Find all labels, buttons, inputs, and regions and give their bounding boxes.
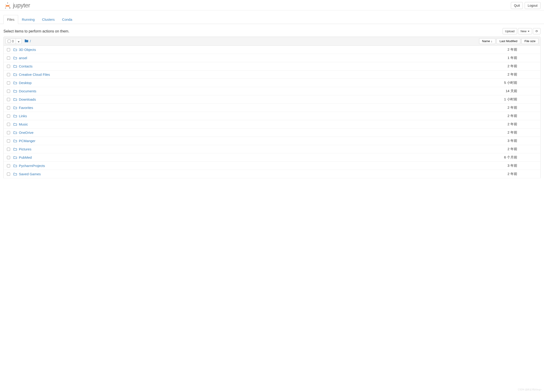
item-modified: 2 年前 <box>492 106 517 110</box>
item-checkbox[interactable] <box>7 131 10 134</box>
tab-clusters[interactable]: Clusters <box>38 15 59 24</box>
breadcrumb[interactable]: / <box>24 39 31 43</box>
item-name-link[interactable]: PubMed <box>19 155 32 159</box>
list-item: PubMed6 个月前 <box>4 153 540 162</box>
item-checkbox[interactable] <box>7 81 10 84</box>
item-name-link[interactable]: Music <box>19 122 28 126</box>
item-modified: 2 年前 <box>492 122 517 126</box>
item-checkbox[interactable] <box>7 89 10 93</box>
selected-count: 0 <box>12 39 14 43</box>
item-name-link[interactable]: Favorites <box>19 106 33 110</box>
item-name-link[interactable]: Pictures <box>19 147 31 151</box>
item-checkbox[interactable] <box>7 123 10 126</box>
folder-icon <box>13 65 17 68</box>
list-item: Desktop5 小时前 <box>4 79 540 87</box>
sort-size-button[interactable]: File size <box>521 38 538 44</box>
folder-icon <box>13 114 17 118</box>
folder-icon <box>13 106 17 109</box>
item-name-link[interactable]: Documents <box>19 89 36 93</box>
arrow-down-icon: ↓ <box>491 39 492 43</box>
item-checkbox[interactable] <box>7 106 10 109</box>
item-modified: 2 年前 <box>492 130 517 135</box>
list-item: Creative Cloud Files2 年前 <box>4 71 540 79</box>
item-checkbox[interactable] <box>7 156 10 159</box>
header: jupyter Quit Logout <box>0 0 544 10</box>
item-checkbox[interactable] <box>7 164 10 167</box>
item-checkbox[interactable] <box>7 98 10 101</box>
chevron-down-icon <box>18 42 20 42</box>
item-checkbox[interactable] <box>7 73 10 76</box>
select-dropdown[interactable] <box>16 39 21 44</box>
item-modified: 14 天前 <box>492 89 517 93</box>
sort-name-button[interactable]: Name ↓ <box>479 38 495 44</box>
folder-icon <box>13 164 17 167</box>
folder-icon <box>13 139 17 143</box>
item-name-link[interactable]: ansel <box>19 56 27 60</box>
item-modified: 2 年前 <box>492 114 517 118</box>
item-modified: 2 年前 <box>492 172 517 176</box>
item-modified: 3 年前 <box>492 164 517 168</box>
select-count[interactable]: 0 <box>6 39 16 44</box>
item-name-link[interactable]: 3D Objects <box>19 48 36 52</box>
list-item: Favorites2 年前 <box>4 104 540 112</box>
list-item: Documents14 天前 <box>4 87 540 95</box>
list-item: Music2 年前 <box>4 120 540 129</box>
logout-button[interactable]: Logout <box>525 2 541 9</box>
tabs: Files Running Clusters Conda <box>0 15 544 24</box>
item-modified: 2 年前 <box>492 147 517 151</box>
item-checkbox[interactable] <box>7 114 10 118</box>
item-modified: 3 年前 <box>492 139 517 143</box>
item-modified: 2 年前 <box>492 48 517 52</box>
folder-icon <box>24 39 29 43</box>
tab-files[interactable]: Files <box>3 15 18 24</box>
folder-icon <box>13 131 17 134</box>
list-item: OneDrive2 年前 <box>4 129 540 137</box>
item-name-link[interactable]: PycharmProjects <box>19 164 45 168</box>
item-checkbox[interactable] <box>7 48 10 51</box>
jupyter-logo[interactable]: jupyter <box>3 2 30 9</box>
folder-icon <box>13 89 17 93</box>
folder-icon <box>13 156 17 159</box>
list-item: Saved Games2 年前 <box>4 170 540 178</box>
list-header: 0 / Name ↓ Last Modified File size <box>3 37 541 46</box>
refresh-button[interactable]: ⟳ <box>533 28 541 34</box>
new-button[interactable]: New <box>518 28 532 34</box>
sort-modified-button[interactable]: Last Modified <box>497 38 520 44</box>
folder-icon <box>13 56 17 60</box>
item-name-link[interactable]: Creative Cloud Files <box>19 72 50 77</box>
tab-running[interactable]: Running <box>18 15 38 24</box>
select-all-checkbox[interactable] <box>8 40 11 43</box>
toolbar-prompt: Select items to perform actions on them. <box>3 29 69 33</box>
new-button-label: New <box>520 30 526 33</box>
item-name-link[interactable]: Contacts <box>19 64 32 68</box>
file-list: 0 / Name ↓ Last Modified File size 3D Ob… <box>3 37 541 178</box>
quit-button[interactable]: Quit <box>511 2 523 9</box>
svg-point-1 <box>5 8 6 9</box>
size-col-label: File size <box>524 39 535 43</box>
upload-button[interactable]: Upload <box>503 28 517 34</box>
list-item: PCManger3 年前 <box>4 137 540 145</box>
item-name-link[interactable]: Saved Games <box>19 172 41 176</box>
item-modified: 2 年前 <box>492 72 517 77</box>
item-checkbox[interactable] <box>7 172 10 176</box>
breadcrumb-root: / <box>30 39 31 43</box>
list-item: ansel1 年前 <box>4 54 540 62</box>
modified-col-label: Last Modified <box>500 39 517 43</box>
tab-conda[interactable]: Conda <box>59 15 76 24</box>
item-checkbox[interactable] <box>7 65 10 68</box>
item-checkbox[interactable] <box>7 139 10 143</box>
list-item: Pictures2 年前 <box>4 145 540 153</box>
item-name-link[interactable]: Desktop <box>19 81 31 85</box>
item-name-link[interactable]: Downloads <box>19 97 36 101</box>
item-checkbox[interactable] <box>7 56 10 60</box>
item-name-link[interactable]: PCManger <box>19 139 35 143</box>
chevron-down-icon <box>528 31 530 32</box>
item-name-link[interactable]: OneDrive <box>19 131 33 135</box>
item-name-link[interactable]: Links <box>19 114 27 118</box>
folder-icon <box>13 81 17 84</box>
folder-icon <box>13 73 17 76</box>
item-checkbox[interactable] <box>7 148 10 151</box>
select-all-control[interactable]: 0 <box>6 38 22 44</box>
svg-point-2 <box>9 7 11 9</box>
folder-icon <box>13 148 17 151</box>
